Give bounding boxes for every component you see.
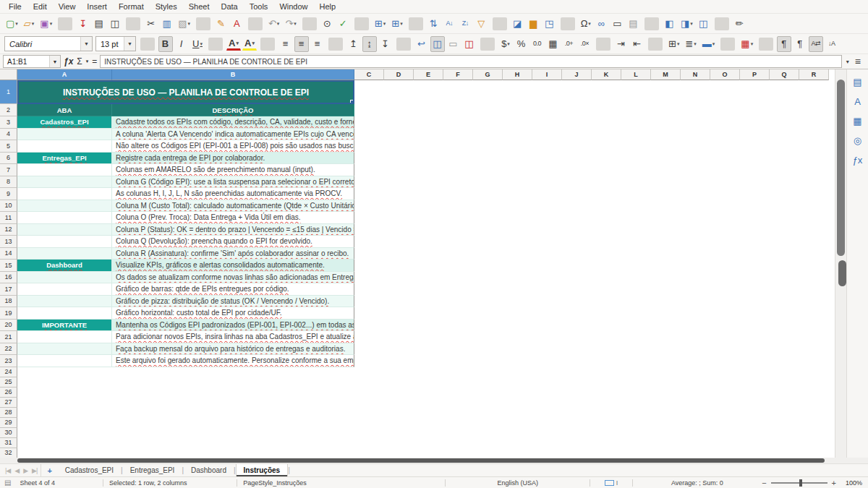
toolbar-button[interactable]: ✂: [144, 16, 158, 32]
toolbar-button[interactable]: ▱▾: [22, 16, 37, 32]
autosum-caret-icon[interactable]: ▾: [86, 59, 89, 64]
row-header[interactable]: 8: [0, 176, 17, 189]
sidebar-panel-icon[interactable]: ▦: [853, 116, 861, 127]
toolbar-button[interactable]: I: [174, 36, 189, 52]
cell-b[interactable]: Coluna R (Assinatura): confirme 'Sim' ap…: [112, 248, 354, 260]
cell-b[interactable]: Visualize KPIs, gráficos e alertas conso…: [112, 260, 354, 272]
column-header[interactable]: A: [17, 69, 112, 80]
cell-a[interactable]: [17, 200, 112, 213]
zoom-slider[interactable]: [771, 482, 827, 484]
cell-a[interactable]: IMPORTANTE: [17, 320, 112, 332]
column-header[interactable]: R: [799, 69, 829, 80]
chevron-down-icon[interactable]: ▼: [124, 37, 135, 51]
toolbar-button[interactable]: [248, 17, 263, 30]
cell-a[interactable]: [17, 331, 112, 343]
toolbar-button[interactable]: [409, 17, 423, 30]
cell-a[interactable]: [17, 236, 112, 248]
toolbar-button[interactable]: ↩: [414, 36, 429, 52]
column-header[interactable]: L: [621, 69, 651, 80]
menu-item[interactable]: Styles: [150, 0, 183, 13]
toolbar-button[interactable]: ⊞▾: [666, 36, 681, 52]
cell-a[interactable]: [17, 164, 112, 176]
sheet-nav-button[interactable]: |◀: [3, 467, 12, 474]
toolbar-button[interactable]: ▢▾: [4, 16, 20, 32]
toolbar-button[interactable]: %: [514, 36, 529, 52]
cell-a[interactable]: [17, 129, 112, 141]
column-header[interactable]: F: [443, 69, 473, 80]
sheet-tab[interactable]: Cadastros_EPI: [58, 464, 121, 476]
toolbar-button[interactable]: [126, 17, 140, 30]
row-header[interactable]: 15: [0, 260, 17, 272]
cell-a[interactable]: [17, 355, 112, 367]
cell-a[interactable]: [17, 188, 112, 200]
row-header[interactable]: 3: [0, 116, 17, 129]
cell-b[interactable]: Mantenha os Códigos EPI padronizados (EP…: [112, 320, 354, 332]
toolbar-button[interactable]: [720, 38, 735, 51]
formula-input[interactable]: INSTRUÇÕES DE USO — PLANILHA DE CONTROLE…: [100, 55, 842, 68]
selection-handle[interactable]: [350, 100, 354, 103]
row-header[interactable]: 31: [0, 438, 17, 448]
font-size-combobox[interactable]: 13 pt ▼: [95, 36, 136, 51]
cell-a[interactable]: [17, 272, 112, 284]
menu-item[interactable]: Data: [215, 0, 243, 13]
toolbar-button[interactable]: [302, 17, 317, 30]
toolbar-button[interactable]: ▭: [610, 16, 625, 32]
cell-a[interactable]: [17, 212, 112, 224]
toolbar-button[interactable]: [208, 38, 223, 51]
toolbar-button[interactable]: ↨: [362, 36, 377, 52]
column-header[interactable]: E: [414, 69, 443, 80]
menu-item[interactable]: Window: [273, 0, 313, 13]
toolbar-button[interactable]: A⇄: [809, 36, 823, 52]
row-header[interactable]: 2: [0, 104, 17, 116]
font-name-combobox[interactable]: Calibri ▼: [4, 36, 93, 51]
toolbar-button[interactable]: ▧▾: [176, 16, 192, 32]
menu-item[interactable]: Sheet: [183, 0, 216, 13]
toolbar-button[interactable]: ≣▾: [683, 36, 698, 52]
autosum-button[interactable]: Σ: [77, 56, 82, 67]
row-header[interactable]: 12: [0, 224, 17, 236]
toolbar-button[interactable]: ◫: [108, 16, 122, 32]
cell-b[interactable]: As colunas H, I, J, L, N são preenchidas…: [112, 188, 354, 200]
toolbar-button[interactable]: ≡: [310, 36, 325, 52]
cell-b[interactable]: Este arquivo foi gerado automaticamente.…: [112, 355, 354, 367]
toolbar-button[interactable]: [140, 38, 155, 51]
select-all-corner[interactable]: [0, 69, 17, 80]
language-status[interactable]: English (USA): [446, 477, 590, 488]
cell-a[interactable]: [17, 296, 112, 308]
toolbar-button[interactable]: ⇤: [630, 36, 644, 52]
column-header[interactable]: N: [681, 69, 710, 80]
toolbar-button[interactable]: [561, 17, 575, 30]
toolbar-button[interactable]: ◨▾: [678, 16, 695, 32]
cell-b[interactable]: Colunas em AMARELO são de preenchimento …: [112, 164, 354, 176]
row-header[interactable]: 18: [0, 296, 17, 308]
row-header[interactable]: 7: [0, 164, 17, 176]
toolbar-button[interactable]: U▾: [190, 36, 205, 52]
zoom-in-button[interactable]: +: [832, 479, 836, 487]
cell-a[interactable]: Dashboard: [17, 260, 112, 272]
toolbar-button[interactable]: ▽: [475, 16, 489, 32]
toolbar-button[interactable]: ▬▾: [700, 36, 718, 52]
toolbar-button[interactable]: ≡: [294, 36, 309, 52]
toolbar-button[interactable]: ◫: [697, 16, 711, 32]
vertical-scrollbar-thumb[interactable]: [837, 80, 845, 256]
row-header[interactable]: 13: [0, 236, 17, 248]
chevron-down-icon[interactable]: ▼: [49, 56, 60, 67]
zoom-slider-thumb[interactable]: [799, 479, 802, 487]
toolbar-button[interactable]: B: [158, 36, 173, 52]
toolbar-button[interactable]: ▤: [626, 16, 641, 32]
toolbar-button[interactable]: [396, 38, 411, 51]
toolbar-button[interactable]: [644, 17, 659, 30]
toolbar-button[interactable]: ↶▾: [266, 16, 281, 32]
toolbar-button[interactable]: ▦▾: [739, 36, 755, 52]
column-header[interactable]: O: [710, 69, 740, 80]
toolbar-button[interactable]: $▾: [498, 36, 513, 52]
cell-a[interactable]: [17, 140, 112, 153]
toolbar-button[interactable]: ▭: [446, 36, 461, 52]
sidebar-panel-icon[interactable]: ◎: [854, 135, 861, 146]
vertical-scrollbar[interactable]: [835, 69, 846, 458]
cell-b[interactable]: Gráfico de barras: qtde de EPIs entregue…: [112, 283, 354, 296]
add-sheet-button[interactable]: +: [41, 466, 57, 475]
row-header[interactable]: 9: [0, 188, 17, 200]
sheet-tab[interactable]: Instruções: [236, 464, 289, 476]
chevron-down-icon[interactable]: ▼: [80, 37, 92, 51]
